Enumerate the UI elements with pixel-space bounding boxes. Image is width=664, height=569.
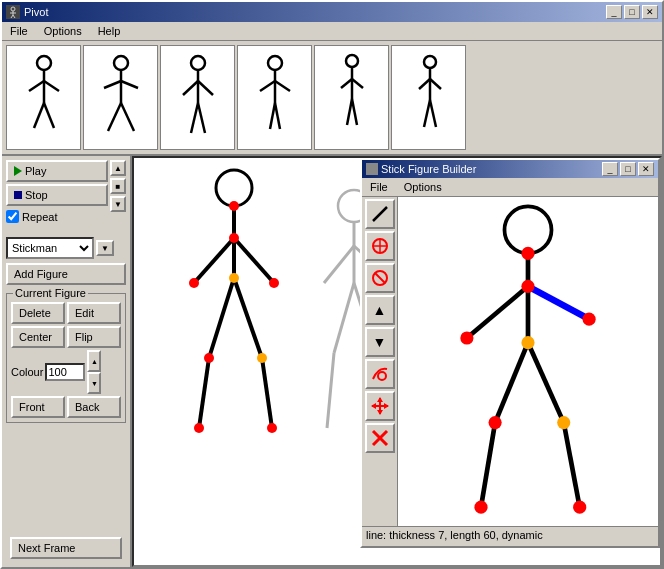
sfb-window-title: Stick Figure Builder bbox=[381, 163, 476, 175]
sfb-menu-options[interactable]: Options bbox=[400, 180, 446, 194]
sfb-title-left: Stick Figure Builder bbox=[366, 163, 476, 175]
sfb-menu-file[interactable]: File bbox=[366, 180, 392, 194]
svg-line-28 bbox=[275, 103, 280, 129]
group-content: Delete Edit Center Flip bbox=[11, 302, 121, 418]
svg-line-71 bbox=[375, 273, 385, 283]
svg-point-35 bbox=[424, 56, 436, 68]
svg-line-15 bbox=[108, 103, 121, 131]
sfb-minimize-button[interactable]: _ bbox=[602, 162, 618, 176]
svg-marker-75 bbox=[377, 397, 383, 402]
sfb-cancel-tool[interactable] bbox=[365, 263, 395, 293]
colour-up-button[interactable]: ▲ bbox=[87, 350, 101, 372]
front-button[interactable]: Front bbox=[11, 396, 65, 418]
canvas-area[interactable]: Stick Figure Builder _ □ ✕ File Options bbox=[132, 156, 662, 567]
sfb-move-tool[interactable] bbox=[365, 391, 395, 421]
scroll-down-button[interactable]: ▼ bbox=[110, 196, 126, 212]
minimize-button[interactable]: _ bbox=[606, 5, 622, 19]
sfb-stickman bbox=[398, 197, 658, 526]
sfb-canvas[interactable] bbox=[398, 197, 658, 526]
colour-down-button[interactable]: ▼ bbox=[87, 372, 101, 394]
app-icon bbox=[6, 5, 20, 19]
window-title: Pivot bbox=[24, 6, 48, 18]
edit-button[interactable]: Edit bbox=[67, 302, 121, 324]
menu-help[interactable]: Help bbox=[94, 24, 125, 38]
flip-button[interactable]: Flip bbox=[67, 326, 121, 348]
sfb-status-bar: line: thickness 7, length 60, dynamic bbox=[362, 526, 658, 546]
svg-line-31 bbox=[341, 79, 352, 88]
svg-point-90 bbox=[521, 280, 534, 293]
sfb-close-button[interactable]: ✕ bbox=[638, 162, 654, 176]
svg-point-97 bbox=[573, 501, 586, 514]
frame-4[interactable] bbox=[237, 45, 312, 150]
svg-line-45 bbox=[209, 278, 234, 358]
add-figure-button[interactable]: Add Figure bbox=[6, 263, 126, 285]
center-button[interactable]: Center bbox=[11, 326, 65, 348]
svg-line-86 bbox=[481, 423, 495, 508]
svg-point-93 bbox=[583, 313, 596, 326]
frame-5[interactable] bbox=[314, 45, 389, 150]
scroll-buttons: ▲ ■ ▼ bbox=[110, 160, 126, 225]
menu-file[interactable]: File bbox=[6, 24, 32, 38]
sfb-menu: File Options bbox=[362, 178, 658, 197]
maximize-button[interactable]: □ bbox=[624, 5, 640, 19]
svg-marker-78 bbox=[384, 403, 389, 409]
figure-select[interactable]: Stickman bbox=[6, 237, 94, 259]
sfb-controls: _ □ ✕ bbox=[602, 162, 654, 176]
svg-line-48 bbox=[262, 358, 272, 428]
sfb-maximize-button[interactable]: □ bbox=[620, 162, 636, 176]
frame-6[interactable] bbox=[391, 45, 466, 150]
svg-line-25 bbox=[260, 81, 275, 91]
svg-point-95 bbox=[557, 416, 570, 429]
svg-line-43 bbox=[194, 238, 234, 283]
sfb-down-tool[interactable]: ▼ bbox=[365, 327, 395, 357]
svg-point-96 bbox=[474, 501, 487, 514]
frame-2[interactable] bbox=[83, 45, 158, 150]
figure-dropdown-btn[interactable]: ▼ bbox=[96, 240, 114, 256]
svg-line-4 bbox=[13, 15, 15, 18]
sfb-curve-tool[interactable] bbox=[365, 359, 395, 389]
left-panel: Play Stop Repeat ▲ ■ ▼ bbox=[2, 156, 132, 567]
svg-line-7 bbox=[29, 81, 44, 91]
svg-line-40 bbox=[430, 100, 436, 127]
colour-label: Colour bbox=[11, 366, 43, 378]
svg-line-46 bbox=[199, 358, 209, 428]
scroll-mid-button[interactable]: ■ bbox=[110, 178, 126, 194]
svg-line-34 bbox=[352, 99, 357, 125]
sfb-title-bar: Stick Figure Builder _ □ ✕ bbox=[362, 160, 658, 178]
svg-point-57 bbox=[267, 423, 277, 433]
delete-edit-row: Delete Edit bbox=[11, 302, 121, 324]
repeat-label: Repeat bbox=[22, 211, 57, 223]
scroll-up-button[interactable]: ▲ bbox=[110, 160, 126, 176]
frame-3[interactable] bbox=[160, 45, 235, 150]
sfb-circle-tool[interactable] bbox=[365, 231, 395, 261]
frame-1[interactable] bbox=[6, 45, 81, 150]
svg-line-16 bbox=[121, 103, 134, 131]
sfb-line-tool[interactable] bbox=[365, 199, 395, 229]
next-frame-area: Next Frame bbox=[6, 533, 126, 563]
stop-button[interactable]: Stop bbox=[6, 184, 108, 206]
close-button[interactable]: ✕ bbox=[642, 5, 658, 19]
sfb-up-tool[interactable]: ▲ bbox=[365, 295, 395, 325]
sfb-delete-tool[interactable] bbox=[365, 423, 395, 453]
front-back-row: Front Back bbox=[11, 396, 121, 418]
menu-options[interactable]: Options bbox=[40, 24, 86, 38]
next-frame-button[interactable]: Next Frame bbox=[10, 537, 122, 559]
colour-input[interactable]: 100 bbox=[45, 363, 85, 381]
svg-point-81 bbox=[505, 206, 552, 253]
delete-button[interactable]: Delete bbox=[11, 302, 65, 324]
svg-line-38 bbox=[430, 79, 441, 89]
svg-point-91 bbox=[521, 336, 534, 349]
svg-point-11 bbox=[114, 56, 128, 70]
svg-line-8 bbox=[44, 81, 59, 91]
svg-point-94 bbox=[489, 416, 502, 429]
repeat-row: Repeat bbox=[6, 208, 108, 225]
play-button[interactable]: Play bbox=[6, 160, 108, 182]
svg-line-19 bbox=[183, 81, 198, 95]
back-button[interactable]: Back bbox=[67, 396, 121, 418]
svg-line-9 bbox=[34, 103, 44, 128]
repeat-checkbox[interactable] bbox=[6, 210, 19, 223]
svg-point-49 bbox=[229, 201, 239, 211]
title-controls: _ □ ✕ bbox=[606, 5, 658, 19]
svg-line-84 bbox=[528, 286, 589, 319]
svg-point-17 bbox=[191, 56, 205, 70]
